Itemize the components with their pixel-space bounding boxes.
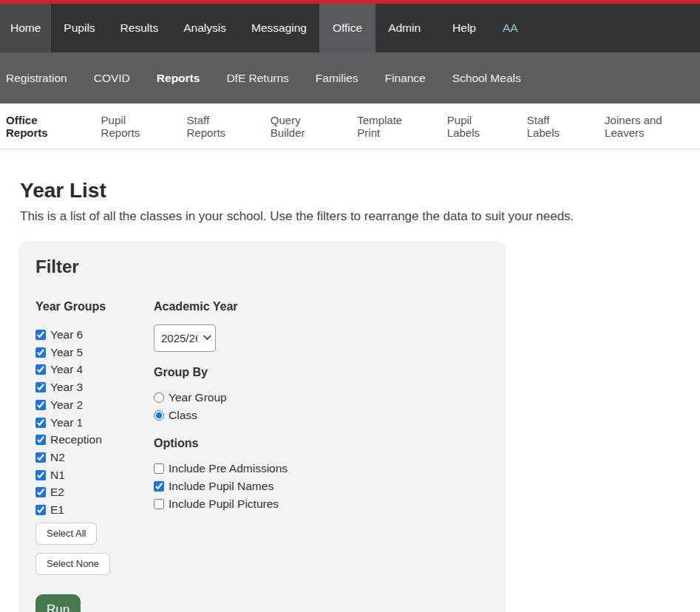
nav-item-office[interactable]: Office — [319, 4, 376, 52]
year-group-option-label: N1 — [50, 469, 65, 481]
nav-item-admin[interactable]: Admin — [376, 4, 433, 52]
group-by-option[interactable]: Class — [154, 409, 197, 421]
year-group-option[interactable]: Year 5 — [35, 346, 83, 358]
year-1-checkbox[interactable] — [35, 418, 46, 428]
n1-checkbox[interactable] — [35, 470, 46, 480]
option-item-label: Include Pupil Pictures — [169, 497, 279, 510]
group-by-year-group-radio[interactable] — [154, 392, 164, 403]
option-item-label: Include Pre Admissions — [169, 462, 288, 475]
year-group-row: Reception — [35, 431, 154, 449]
filter-panel: Filter Year Groups Year 6 Year 5 Year 4 … — [20, 242, 504, 612]
subnav-item-finance[interactable]: Finance — [385, 72, 426, 85]
nav-item-pupils[interactable]: Pupils — [51, 4, 107, 52]
option-item[interactable]: Include Pupil Names — [154, 480, 273, 492]
reports-tab-bar: Office Reports Pupil Reports Staff Repor… — [0, 103, 700, 149]
option-item[interactable]: Include Pupil Pictures — [154, 497, 279, 510]
tab-office-reports[interactable]: Office Reports — [6, 114, 79, 139]
subnav-item-school-meals[interactable]: School Meals — [452, 72, 521, 85]
nav-item-help[interactable]: Help — [433, 4, 495, 52]
nav-item-analysis[interactable]: Analysis — [171, 4, 239, 52]
year-group-option-label: Year 4 — [50, 363, 83, 375]
year-group-option[interactable]: N2 — [35, 451, 65, 463]
select-all-button[interactable]: Select All — [35, 523, 97, 545]
select-none-button[interactable]: Select None — [35, 553, 110, 575]
year-group-option[interactable]: N1 — [35, 469, 65, 481]
n2-checkbox[interactable] — [35, 452, 46, 463]
academic-year-select-wrap: 2025/26 — [154, 324, 216, 352]
tab-pupil-reports[interactable]: Pupil Reports — [101, 114, 165, 139]
tab-query-builder[interactable]: Query Builder — [271, 114, 336, 139]
page-content: Year List This is a list of all the clas… — [0, 149, 700, 612]
year-group-row: Year 5 — [35, 344, 154, 361]
year-group-row: Year 3 — [35, 378, 154, 396]
group-by-option-label: Year Group — [169, 391, 227, 404]
main-navbar: Home Pupils Results Analysis Messaging O… — [0, 4, 700, 52]
year-group-row: N1 — [35, 466, 154, 484]
options-list: Include Pre Admissions Include Pupil Nam… — [154, 460, 489, 513]
year-5-checkbox[interactable] — [35, 347, 46, 358]
option-row: Include Pupil Pictures — [154, 495, 489, 513]
year-group-option[interactable]: E2 — [35, 486, 64, 498]
group-by-option-label: Class — [169, 409, 197, 421]
year-group-row: Year 2 — [35, 396, 154, 414]
year-group-option[interactable]: Reception — [35, 433, 102, 446]
year-group-option[interactable]: Year 2 — [35, 398, 83, 411]
group-by-class-radio[interactable] — [154, 410, 164, 421]
page-description: This is a list of all the classes in you… — [20, 209, 680, 224]
subnav-item-reports[interactable]: Reports — [157, 72, 200, 85]
group-by-list: Year Group Class — [154, 389, 489, 424]
include-pupil-names-checkbox[interactable] — [154, 481, 164, 492]
academic-year-select[interactable]: 2025/26 — [154, 324, 216, 352]
tab-staff-reports[interactable]: Staff Reports — [187, 114, 248, 139]
year-group-option[interactable]: Year 6 — [35, 328, 83, 341]
year-group-option-label: N2 — [50, 451, 65, 463]
nav-item-user-initials[interactable]: AA — [495, 4, 526, 52]
option-row: Include Pupil Names — [154, 477, 489, 495]
year-group-option[interactable]: Year 3 — [35, 381, 83, 393]
filter-heading: Filter — [35, 256, 489, 277]
academic-year-label: Academic Year — [154, 299, 489, 314]
group-by-option[interactable]: Year Group — [154, 391, 227, 404]
subnav-item-covid[interactable]: COVID — [94, 72, 130, 85]
year-4-checkbox[interactable] — [35, 364, 46, 375]
subnav-item-dfe-returns[interactable]: DfE Returns — [226, 72, 288, 85]
year-group-row: Year 1 — [35, 414, 154, 432]
option-item-label: Include Pupil Names — [169, 480, 273, 492]
tab-pupil-labels[interactable]: Pupil Labels — [447, 114, 505, 139]
year-group-option-label: Year 3 — [50, 381, 83, 393]
year-group-row: E1 — [35, 501, 154, 519]
year-6-checkbox[interactable] — [35, 330, 46, 340]
e1-checkbox[interactable] — [35, 505, 46, 515]
subnav-item-registration[interactable]: Registration — [6, 72, 67, 85]
tab-joiners-and-leavers[interactable]: Joiners and Leavers — [605, 114, 700, 139]
include-pupil-pictures-checkbox[interactable] — [154, 499, 164, 509]
option-item[interactable]: Include Pre Admissions — [154, 462, 288, 475]
nav-item-results[interactable]: Results — [108, 4, 171, 52]
include-pre-admissions-checkbox[interactable] — [154, 463, 164, 474]
year-group-option[interactable]: E1 — [35, 503, 64, 516]
year-3-checkbox[interactable] — [35, 382, 46, 392]
year-group-option-label: E2 — [50, 486, 64, 498]
e2-checkbox[interactable] — [35, 487, 46, 497]
year-group-option[interactable]: Year 4 — [35, 363, 83, 375]
year-2-checkbox[interactable] — [35, 400, 46, 410]
nav-item-home[interactable]: Home — [0, 4, 51, 52]
year-group-row: Year 4 — [35, 361, 154, 378]
year-group-row: E2 — [35, 483, 154, 501]
year-group-option[interactable]: Year 1 — [35, 416, 83, 429]
reception-checkbox[interactable] — [35, 435, 46, 445]
tab-staff-labels[interactable]: Staff Labels — [527, 114, 582, 139]
group-by-row: Year Group — [154, 389, 489, 407]
run-button[interactable]: Run — [35, 594, 81, 612]
nav-item-messaging[interactable]: Messaging — [239, 4, 319, 52]
group-by-label: Group By — [154, 365, 489, 380]
tab-template-print[interactable]: Template Print — [357, 114, 424, 139]
year-group-option-label: Reception — [50, 433, 102, 446]
office-sub-navbar: Registration COVID Reports DfE Returns F… — [0, 52, 700, 103]
year-groups-label: Year Groups — [35, 299, 154, 314]
year-groups-column: Year Groups Year 6 Year 5 Year 4 Year 3 … — [35, 299, 154, 612]
page-title: Year List — [20, 179, 680, 203]
year-group-option-label: Year 5 — [50, 346, 83, 358]
year-group-option-label: E1 — [50, 503, 64, 516]
subnav-item-families[interactable]: Families — [316, 72, 359, 85]
